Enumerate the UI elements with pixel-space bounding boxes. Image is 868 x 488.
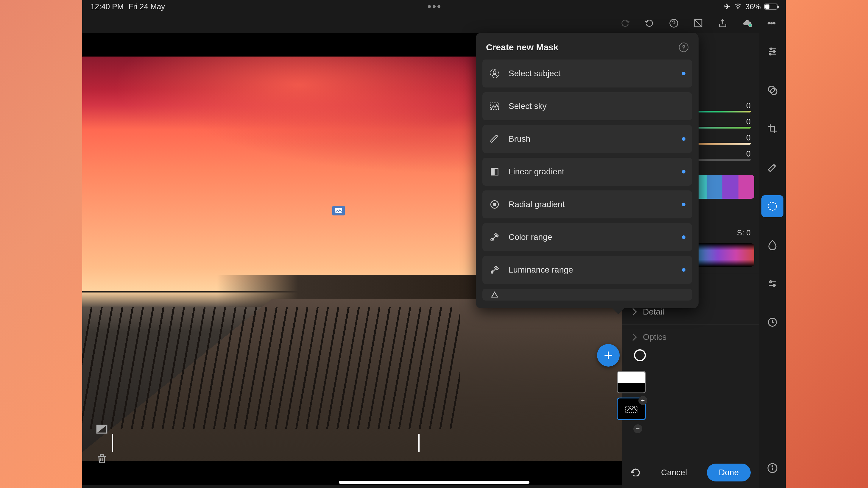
top-toolbar	[82, 13, 786, 33]
popup-item-label: Select sky	[508, 101, 547, 111]
svg-point-27	[772, 466, 773, 466]
home-indicator[interactable]	[339, 481, 529, 484]
popup-item-label: Radial gradient	[508, 200, 565, 209]
reset-button[interactable]	[630, 467, 641, 478]
depth-icon	[489, 289, 500, 300]
share-button[interactable]	[717, 18, 728, 29]
popup-item-label: Color range	[508, 232, 552, 242]
mask-add-component-icon[interactable]: +	[639, 396, 647, 405]
popup-item-more[interactable]	[483, 289, 692, 300]
svg-point-5	[768, 22, 769, 24]
info-button[interactable]	[762, 457, 783, 479]
brush-icon	[489, 133, 500, 144]
status-time: 12:40 PM	[91, 2, 124, 11]
status-bar: 12:40 PM Fri 24 May ✈ 36%	[82, 0, 786, 13]
popup-item-radial[interactable]: Radial gradient	[483, 190, 692, 219]
battery-icon	[764, 4, 777, 9]
healing-tool[interactable]	[762, 157, 783, 178]
sync-dot-icon	[682, 137, 685, 141]
lens-blur-tool[interactable]	[762, 234, 783, 256]
svg-point-0	[737, 8, 738, 9]
popup-item-label: Select subject	[508, 69, 560, 78]
versions-tool[interactable]	[762, 311, 783, 333]
delete-button[interactable]	[95, 452, 108, 465]
popup-help-button[interactable]: ?	[679, 42, 688, 52]
battery-percent: 36%	[745, 2, 761, 11]
svg-point-7	[774, 22, 775, 24]
popup-item-label: Luminance range	[508, 265, 573, 275]
masking-tool[interactable]	[762, 195, 783, 217]
sync-dot-icon	[682, 72, 685, 75]
done-button[interactable]: Done	[707, 464, 751, 482]
sync-dot-icon	[682, 235, 685, 239]
mask-controls: + + −	[597, 344, 646, 437]
mixer-tool[interactable]	[762, 272, 783, 295]
svg-line-3	[695, 20, 702, 27]
help-button[interactable]	[669, 18, 679, 29]
panel-footer: Cancel Done	[622, 457, 759, 488]
more-menu-button[interactable]	[766, 18, 777, 29]
popup-item-subject[interactable]: Select subject	[483, 60, 692, 88]
popup-item-colorrange[interactable]: Color range	[483, 223, 692, 251]
popup-item-label: Linear gradient	[508, 167, 564, 176]
app-frame: 12:40 PM Fri 24 May ✈ 36%	[82, 0, 786, 488]
sync-dot-icon	[682, 268, 685, 272]
mask-thumb-2[interactable]: +	[617, 397, 646, 420]
svg-rect-8	[335, 208, 342, 213]
radial-icon	[489, 199, 500, 210]
sync-dot-icon	[682, 170, 685, 173]
colorrange-icon	[489, 231, 500, 243]
svg-point-6	[771, 22, 772, 24]
add-mask-button[interactable]: +	[597, 344, 620, 367]
edit-sliders-tool[interactable]	[762, 40, 783, 63]
popup-title: Create new Mask	[486, 42, 558, 53]
crop-tool[interactable]	[762, 118, 783, 140]
wifi-icon	[734, 2, 742, 11]
compare-view-button[interactable]	[95, 423, 108, 435]
svg-point-29	[493, 71, 496, 74]
chevron-right-icon	[629, 308, 637, 316]
linear-icon	[489, 166, 500, 177]
lumrange-icon	[489, 264, 500, 275]
redo-button[interactable]	[620, 18, 630, 29]
svg-point-19	[769, 202, 777, 210]
chevron-right-icon	[629, 333, 637, 341]
mask-subtract-button[interactable]: −	[633, 424, 642, 433]
svg-point-4	[749, 24, 752, 27]
airplane-icon: ✈	[724, 2, 731, 11]
popup-item-lumrange[interactable]: Luminance range	[483, 256, 692, 284]
sky-icon	[489, 101, 500, 112]
popup-item-linear[interactable]: Linear gradient	[483, 158, 692, 186]
svg-point-35	[493, 203, 496, 206]
popup-item-brush[interactable]: Brush	[483, 125, 692, 153]
filmstrip-range[interactable]	[112, 434, 420, 452]
popup-item-label: Brush	[508, 134, 530, 144]
mask-thumb-1[interactable]	[617, 371, 646, 393]
multitask-dots[interactable]	[428, 5, 440, 8]
subject-icon	[489, 68, 500, 79]
picture-marker-icon[interactable]	[332, 206, 345, 216]
create-mask-popup: Create new Mask ? Select subjectSelect s…	[476, 33, 699, 308]
popup-item-sky[interactable]: Select sky	[483, 92, 692, 120]
sync-dot-icon	[682, 203, 685, 206]
svg-marker-10	[97, 425, 106, 433]
original-toggle-button[interactable]	[693, 18, 704, 29]
tool-rail	[759, 33, 786, 488]
status-date: Fri 24 May	[128, 2, 165, 11]
cancel-button[interactable]: Cancel	[655, 464, 693, 482]
undo-button[interactable]	[644, 18, 655, 29]
mask-visibility-toggle[interactable]	[634, 349, 646, 361]
presets-tool[interactable]	[762, 79, 783, 101]
svg-rect-33	[491, 168, 495, 175]
cloud-sync-button[interactable]	[742, 18, 752, 29]
